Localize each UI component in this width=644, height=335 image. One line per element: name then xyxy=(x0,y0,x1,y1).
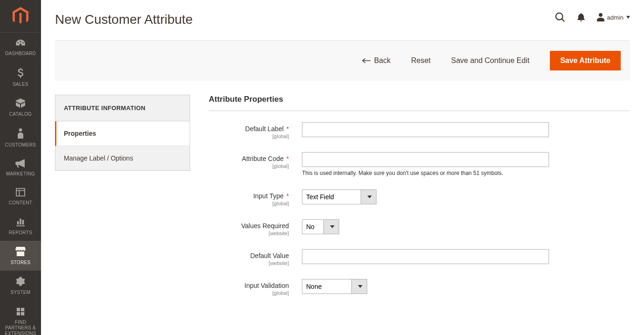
nav-dashboard[interactable]: Dashboard xyxy=(0,33,41,62)
magento-logo[interactable] xyxy=(0,0,41,33)
field-control: Text Field xyxy=(302,189,549,204)
field-default-label: Default Label* [global] xyxy=(209,122,630,139)
admin-sidebar: Dashboard Sales Catalog Customers Market… xyxy=(0,0,41,328)
nav-catalog[interactable]: Catalog xyxy=(0,92,41,122)
select-wrap: Text Field xyxy=(302,189,377,204)
required-mark: * xyxy=(287,192,289,200)
nav-customers[interactable]: Customers xyxy=(0,122,41,153)
nav-label: System xyxy=(11,290,31,295)
nav-label: Marketing xyxy=(6,171,35,177)
header-actions: admin xyxy=(555,12,630,22)
field-control xyxy=(302,249,549,264)
page-header: New Customer Attribute admin xyxy=(41,0,644,27)
field-label-wrap: Attribute Code* [global] xyxy=(209,152,302,169)
layout-icon xyxy=(16,188,25,197)
user-icon xyxy=(597,13,604,21)
field-label-wrap: Input Type* [global] xyxy=(209,189,302,206)
field-label: Default Value xyxy=(250,252,289,259)
field-label: Attribute Code xyxy=(242,155,284,162)
values-required-select[interactable]: No xyxy=(302,219,339,234)
field-scope: [global] xyxy=(209,201,289,206)
save-attribute-button[interactable]: Save Attribute xyxy=(550,51,621,70)
reset-button[interactable]: Reset xyxy=(411,56,431,65)
field-label-wrap: Values Required [website] xyxy=(209,219,302,236)
default-value-input[interactable] xyxy=(302,249,549,264)
form-area: Attribute Properties Default Label* [glo… xyxy=(209,95,630,309)
field-label: Input Type xyxy=(253,192,283,200)
nav-system[interactable]: System xyxy=(0,271,41,300)
field-control: This is used internally. Make sure you d… xyxy=(302,152,549,176)
required-mark: * xyxy=(287,125,289,133)
field-label: Default Label xyxy=(245,125,284,133)
nav-label: Content xyxy=(9,200,32,206)
field-control: No xyxy=(302,219,549,234)
main-columns: Attribute Information Properties Manage … xyxy=(41,81,644,328)
nav-reports[interactable]: Reports xyxy=(0,211,41,241)
dollar-icon xyxy=(17,68,24,79)
admin-username: admin xyxy=(607,14,623,21)
back-label: Back xyxy=(374,56,391,65)
required-mark: * xyxy=(287,155,289,162)
field-scope: [global] xyxy=(209,290,289,296)
tab-manage-label-options[interactable]: Manage Label / Options xyxy=(55,146,190,170)
field-label-wrap: Default Label* [global] xyxy=(209,122,302,139)
tabs-heading: Attribute Information xyxy=(55,95,190,121)
nav-sales[interactable]: Sales xyxy=(0,62,41,92)
attribute-info-tabs: Attribute Information Properties Manage … xyxy=(55,95,190,171)
field-input-validation: Input Validation [global] None xyxy=(209,279,630,296)
megaphone-icon xyxy=(15,159,26,168)
select-wrap: No xyxy=(302,219,339,234)
input-validation-select[interactable]: None xyxy=(302,279,367,294)
back-button[interactable]: Back xyxy=(362,56,391,65)
field-scope: [website] xyxy=(209,230,289,236)
save-continue-label: Save and Continue Edit xyxy=(451,56,529,65)
nav-partners[interactable]: Find Partners & Extensions xyxy=(0,300,41,328)
nav-label: Catalog xyxy=(9,112,32,117)
person-icon xyxy=(17,128,24,140)
bar-chart-icon xyxy=(16,217,25,227)
default-label-input[interactable] xyxy=(302,122,549,137)
nav-label: Reports xyxy=(9,230,32,236)
field-note: This is used internally. Make sure you d… xyxy=(302,170,549,176)
page-title: New Customer Attribute xyxy=(55,12,193,27)
nav-stores[interactable]: Stores xyxy=(0,241,41,271)
input-type-select[interactable]: Text Field xyxy=(302,189,377,204)
save-continue-button[interactable]: Save and Continue Edit xyxy=(451,56,529,65)
select-wrap: None xyxy=(302,279,367,294)
reset-label: Reset xyxy=(411,56,431,65)
tab-properties[interactable]: Properties xyxy=(55,121,190,146)
nav-marketing[interactable]: Marketing xyxy=(0,153,41,182)
arrow-left-icon xyxy=(362,58,370,63)
field-label-wrap: Input Validation [global] xyxy=(209,279,302,296)
nav-label: Stores xyxy=(11,260,31,265)
search-icon[interactable] xyxy=(555,12,565,22)
form-section-title: Attribute Properties xyxy=(209,95,630,111)
store-icon xyxy=(15,247,26,257)
field-scope: [global] xyxy=(209,163,289,169)
page-wrapper: New Customer Attribute admin Back Reset … xyxy=(41,0,644,328)
field-input-type: Input Type* [global] Text Field xyxy=(209,189,630,206)
box-icon xyxy=(15,98,26,109)
field-scope: [website] xyxy=(209,260,289,266)
chevron-down-icon xyxy=(626,16,630,19)
nav-label: Sales xyxy=(13,82,28,87)
field-label: Values Required xyxy=(241,222,289,230)
nav-label: Dashboard xyxy=(5,51,36,56)
attribute-code-input[interactable] xyxy=(302,152,549,167)
action-bar: Back Reset Save and Continue Edit Save A… xyxy=(55,40,630,81)
nav-label: Find Partners & Extensions xyxy=(2,320,39,328)
notifications-icon[interactable] xyxy=(577,13,585,21)
field-control xyxy=(302,122,549,137)
field-label: Input Validation xyxy=(245,282,289,289)
field-control: None xyxy=(302,279,549,294)
gear-icon xyxy=(16,277,25,287)
field-attribute-code: Attribute Code* [global] This is used in… xyxy=(209,152,630,176)
field-scope: [global] xyxy=(209,133,289,139)
nav-content[interactable]: Content xyxy=(0,182,41,211)
magento-logo-icon xyxy=(13,7,28,26)
partners-icon xyxy=(15,307,26,317)
admin-user-menu[interactable]: admin xyxy=(597,13,630,21)
nav-label: Customers xyxy=(5,142,36,148)
dashboard-icon xyxy=(15,39,26,48)
field-values-required: Values Required [website] No xyxy=(209,219,630,236)
